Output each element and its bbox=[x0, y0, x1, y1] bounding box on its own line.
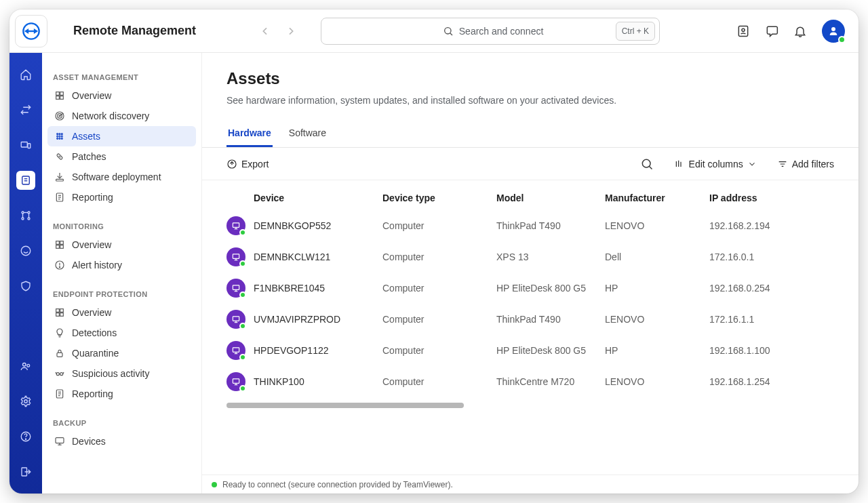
column-header[interactable]: Manufacturer bbox=[605, 193, 709, 203]
alert-icon bbox=[54, 260, 65, 270]
sidebar-group: ENDPOINT PROTECTIONOverviewDetectionsQua… bbox=[47, 285, 196, 404]
svg-rect-61 bbox=[56, 309, 60, 313]
svg-rect-56 bbox=[56, 245, 60, 249]
sidebar-item-label: Alert history bbox=[72, 260, 122, 270]
table-search-icon[interactable] bbox=[640, 157, 654, 171]
svg-rect-97 bbox=[233, 348, 239, 352]
cell-type: Computer bbox=[382, 376, 496, 387]
cell-model: HP EliteDesk 800 G5 bbox=[496, 283, 605, 294]
cell-device: F1NBKBRE1045 bbox=[254, 283, 382, 294]
rail-item-swap[interactable] bbox=[16, 100, 35, 119]
svg-point-25 bbox=[24, 400, 28, 403]
table-row[interactable]: F1NBKBRE1045ComputerHP EliteDesk 800 G5H… bbox=[202, 273, 859, 304]
app-logo[interactable] bbox=[15, 15, 47, 47]
sidebar-heading: ASSET MANAGEMENT bbox=[47, 68, 196, 85]
rail-item-users[interactable] bbox=[16, 357, 35, 376]
chevron-down-icon bbox=[747, 159, 757, 169]
sidebar-item-overview[interactable]: Overview bbox=[47, 85, 196, 106]
chat-icon[interactable] bbox=[765, 24, 778, 38]
scrollbar-thumb[interactable] bbox=[226, 403, 464, 408]
rail-item-settings[interactable] bbox=[16, 392, 35, 411]
sidebar-group: BACKUPDevices bbox=[47, 414, 196, 451]
cell-type: Computer bbox=[382, 345, 496, 356]
mask-icon bbox=[54, 368, 65, 379]
rail-item-shield[interactable] bbox=[16, 277, 35, 296]
rail-item-workflow[interactable] bbox=[16, 206, 35, 225]
page-subtitle: See hardware information, system updates… bbox=[226, 95, 834, 106]
sidebar-item-network-discovery[interactable]: Network discovery bbox=[47, 106, 196, 126]
table-row[interactable]: DEMNBKCLW121ComputerXPS 13Dell172.16.0.1 bbox=[202, 241, 859, 273]
table-row[interactable]: UVMJAVIPRZPRODComputerThinkPad T490LENOV… bbox=[202, 304, 859, 335]
column-header[interactable]: Model bbox=[496, 193, 605, 203]
sidebar-item-label: Assets bbox=[72, 131, 100, 142]
nav-back-icon[interactable] bbox=[260, 26, 271, 37]
cell-ip: 172.16.1.1 bbox=[709, 314, 818, 325]
sidebar-item-label: Software deployment bbox=[72, 172, 161, 182]
sidebar-item-patches[interactable]: Patches bbox=[47, 146, 196, 167]
filter-icon bbox=[777, 159, 788, 169]
rail-item-home[interactable] bbox=[16, 65, 35, 84]
sidebar-item-quarantine[interactable]: Quarantine bbox=[47, 343, 196, 363]
cell-model: HP EliteDesk 800 G5 bbox=[496, 345, 605, 356]
cell-ip: 192.168.2.194 bbox=[709, 220, 818, 231]
contact-card-icon[interactable] bbox=[736, 24, 750, 38]
user-avatar[interactable] bbox=[822, 20, 845, 43]
sidebar-item-detections[interactable]: Detections bbox=[47, 323, 196, 343]
sidebar-item-software-deployment[interactable]: Software deployment bbox=[47, 167, 196, 187]
svg-point-17 bbox=[22, 218, 24, 220]
svg-point-45 bbox=[59, 138, 60, 139]
sidebar-item-label: Reporting bbox=[72, 192, 113, 203]
cell-type: Computer bbox=[382, 252, 496, 262]
table-row[interactable]: THINKP100ComputerThinkCentre M720LENOVO1… bbox=[202, 366, 859, 397]
svg-rect-10 bbox=[21, 142, 27, 148]
tab-hardware[interactable]: Hardware bbox=[226, 121, 273, 147]
page-head: Assets See hardware information, system … bbox=[202, 53, 859, 106]
body: ASSET MANAGEMENTOverviewNetwork discover… bbox=[9, 53, 859, 494]
add-filters-label: Add filters bbox=[792, 159, 834, 169]
dashboard-icon bbox=[54, 307, 65, 318]
search-placeholder: Search and connect bbox=[459, 26, 544, 37]
sidebar-item-alert-history[interactable]: Alert history bbox=[47, 255, 196, 275]
svg-point-60 bbox=[59, 266, 60, 267]
bell-icon[interactable] bbox=[793, 24, 807, 38]
table-row[interactable]: HPDEVGOP1122ComputerHP EliteDesk 800 G5H… bbox=[202, 335, 859, 366]
edit-columns-button[interactable]: Edit columns bbox=[674, 159, 757, 169]
sidebar-item-assets[interactable]: Assets bbox=[47, 126, 196, 146]
cell-device: DEMNBKGOP552 bbox=[254, 220, 382, 231]
online-dot-icon bbox=[239, 229, 246, 236]
rail-item-help[interactable] bbox=[16, 427, 35, 446]
svg-point-4 bbox=[444, 27, 450, 33]
svg-rect-54 bbox=[56, 241, 60, 245]
sidebar-item-label: Reporting bbox=[72, 388, 113, 399]
sidebar-item-reporting[interactable]: Reporting bbox=[47, 384, 196, 404]
tab-software[interactable]: Software bbox=[288, 121, 328, 147]
column-header[interactable]: IP address bbox=[709, 193, 818, 203]
rail-item-exit[interactable] bbox=[16, 462, 35, 481]
online-dot-icon bbox=[239, 323, 246, 329]
sidebar-item-suspicious-activity[interactable]: Suspicious activity bbox=[47, 363, 196, 384]
horizontal-scrollbar[interactable] bbox=[226, 403, 834, 409]
sidebar-item-overview[interactable]: Overview bbox=[47, 235, 196, 255]
swap-icon bbox=[20, 104, 32, 116]
nav-forward-icon[interactable] bbox=[285, 26, 296, 37]
rail-item-support[interactable] bbox=[16, 241, 35, 260]
sidebar-item-devices[interactable]: Devices bbox=[47, 431, 196, 451]
svg-line-5 bbox=[450, 33, 452, 35]
cell-ip: 192.168.0.254 bbox=[709, 283, 818, 294]
export-button[interactable]: Export bbox=[226, 159, 269, 169]
svg-line-78 bbox=[649, 166, 652, 169]
column-header[interactable]: Device bbox=[254, 193, 382, 203]
table-header: DeviceDevice typeModelManufacturerIP add… bbox=[202, 180, 859, 210]
sidebar-item-reporting[interactable]: Reporting bbox=[47, 187, 196, 207]
svg-rect-30 bbox=[56, 92, 60, 96]
sidebar-heading: MONITORING bbox=[47, 217, 196, 235]
sidebar-item-overview[interactable]: Overview bbox=[47, 302, 196, 323]
svg-point-24 bbox=[27, 364, 30, 367]
column-header[interactable]: Device type bbox=[382, 193, 496, 203]
svg-rect-33 bbox=[60, 96, 64, 100]
table-row[interactable]: DEMNBKGOP552ComputerThinkPad T490LENOVO1… bbox=[202, 210, 859, 241]
rail-item-devices[interactable] bbox=[16, 136, 35, 155]
add-filters-button[interactable]: Add filters bbox=[777, 159, 834, 169]
search-bar[interactable]: Search and connect Ctrl + K bbox=[321, 18, 660, 45]
rail-item-assets[interactable] bbox=[16, 171, 35, 190]
